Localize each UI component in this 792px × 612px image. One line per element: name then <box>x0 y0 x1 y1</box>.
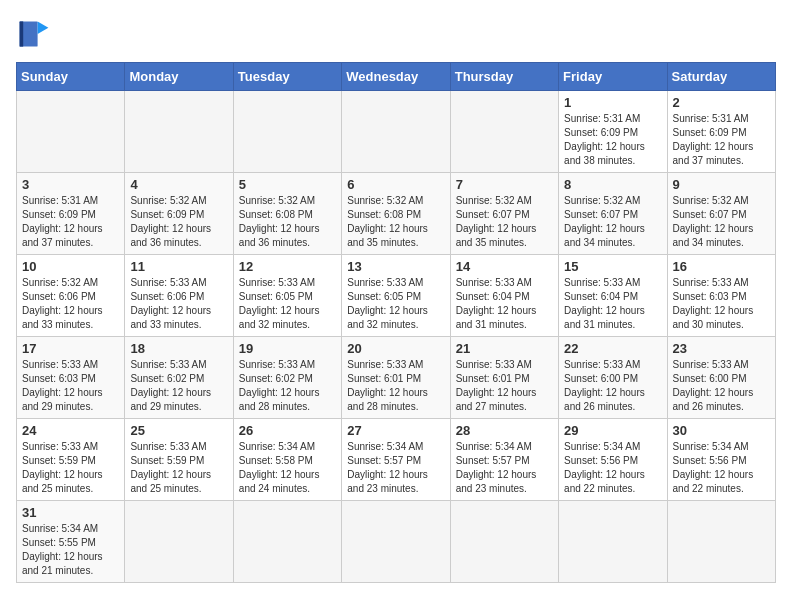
day-number: 7 <box>456 177 553 192</box>
calendar-cell: 10Sunrise: 5:32 AMSunset: 6:06 PMDayligh… <box>17 255 125 337</box>
calendar-cell: 15Sunrise: 5:33 AMSunset: 6:04 PMDayligh… <box>559 255 667 337</box>
day-number: 12 <box>239 259 336 274</box>
weekday-header-sunday: Sunday <box>17 63 125 91</box>
day-number: 3 <box>22 177 119 192</box>
calendar-cell: 24Sunrise: 5:33 AMSunset: 5:59 PMDayligh… <box>17 419 125 501</box>
day-info: Sunrise: 5:33 AMSunset: 6:05 PMDaylight:… <box>347 276 444 332</box>
week-row-2: 10Sunrise: 5:32 AMSunset: 6:06 PMDayligh… <box>17 255 776 337</box>
calendar-cell <box>667 501 775 583</box>
calendar-table: SundayMondayTuesdayWednesdayThursdayFrid… <box>16 62 776 583</box>
day-info: Sunrise: 5:33 AMSunset: 6:02 PMDaylight:… <box>239 358 336 414</box>
day-info: Sunrise: 5:33 AMSunset: 5:59 PMDaylight:… <box>130 440 227 496</box>
week-row-1: 3Sunrise: 5:31 AMSunset: 6:09 PMDaylight… <box>17 173 776 255</box>
day-number: 26 <box>239 423 336 438</box>
weekday-header-saturday: Saturday <box>667 63 775 91</box>
calendar-cell <box>342 91 450 173</box>
calendar-cell: 3Sunrise: 5:31 AMSunset: 6:09 PMDaylight… <box>17 173 125 255</box>
day-info: Sunrise: 5:34 AMSunset: 5:57 PMDaylight:… <box>456 440 553 496</box>
calendar-cell <box>559 501 667 583</box>
day-info: Sunrise: 5:33 AMSunset: 6:03 PMDaylight:… <box>673 276 770 332</box>
week-row-3: 17Sunrise: 5:33 AMSunset: 6:03 PMDayligh… <box>17 337 776 419</box>
week-row-5: 31Sunrise: 5:34 AMSunset: 5:55 PMDayligh… <box>17 501 776 583</box>
day-info: Sunrise: 5:32 AMSunset: 6:07 PMDaylight:… <box>456 194 553 250</box>
calendar-cell: 2Sunrise: 5:31 AMSunset: 6:09 PMDaylight… <box>667 91 775 173</box>
weekday-header-row: SundayMondayTuesdayWednesdayThursdayFrid… <box>17 63 776 91</box>
day-info: Sunrise: 5:34 AMSunset: 5:58 PMDaylight:… <box>239 440 336 496</box>
day-info: Sunrise: 5:33 AMSunset: 6:02 PMDaylight:… <box>130 358 227 414</box>
day-info: Sunrise: 5:34 AMSunset: 5:55 PMDaylight:… <box>22 522 119 578</box>
calendar-cell: 29Sunrise: 5:34 AMSunset: 5:56 PMDayligh… <box>559 419 667 501</box>
calendar-cell: 26Sunrise: 5:34 AMSunset: 5:58 PMDayligh… <box>233 419 341 501</box>
svg-rect-2 <box>20 21 24 46</box>
day-number: 16 <box>673 259 770 274</box>
weekday-header-wednesday: Wednesday <box>342 63 450 91</box>
calendar-cell: 16Sunrise: 5:33 AMSunset: 6:03 PMDayligh… <box>667 255 775 337</box>
day-info: Sunrise: 5:33 AMSunset: 6:01 PMDaylight:… <box>347 358 444 414</box>
day-info: Sunrise: 5:33 AMSunset: 6:04 PMDaylight:… <box>456 276 553 332</box>
calendar-cell: 31Sunrise: 5:34 AMSunset: 5:55 PMDayligh… <box>17 501 125 583</box>
day-number: 5 <box>239 177 336 192</box>
day-number: 2 <box>673 95 770 110</box>
svg-marker-1 <box>38 21 49 34</box>
calendar-cell: 21Sunrise: 5:33 AMSunset: 6:01 PMDayligh… <box>450 337 558 419</box>
day-number: 31 <box>22 505 119 520</box>
calendar-cell <box>125 91 233 173</box>
week-row-0: 1Sunrise: 5:31 AMSunset: 6:09 PMDaylight… <box>17 91 776 173</box>
day-number: 30 <box>673 423 770 438</box>
calendar-cell: 6Sunrise: 5:32 AMSunset: 6:08 PMDaylight… <box>342 173 450 255</box>
week-row-4: 24Sunrise: 5:33 AMSunset: 5:59 PMDayligh… <box>17 419 776 501</box>
calendar-cell: 11Sunrise: 5:33 AMSunset: 6:06 PMDayligh… <box>125 255 233 337</box>
calendar-cell <box>233 501 341 583</box>
day-number: 24 <box>22 423 119 438</box>
calendar-cell: 28Sunrise: 5:34 AMSunset: 5:57 PMDayligh… <box>450 419 558 501</box>
calendar-cell: 30Sunrise: 5:34 AMSunset: 5:56 PMDayligh… <box>667 419 775 501</box>
day-number: 28 <box>456 423 553 438</box>
calendar-cell: 19Sunrise: 5:33 AMSunset: 6:02 PMDayligh… <box>233 337 341 419</box>
calendar-cell: 8Sunrise: 5:32 AMSunset: 6:07 PMDaylight… <box>559 173 667 255</box>
calendar-cell: 14Sunrise: 5:33 AMSunset: 6:04 PMDayligh… <box>450 255 558 337</box>
general-blue-logo-icon <box>16 16 52 52</box>
calendar-cell: 4Sunrise: 5:32 AMSunset: 6:09 PMDaylight… <box>125 173 233 255</box>
day-info: Sunrise: 5:32 AMSunset: 6:06 PMDaylight:… <box>22 276 119 332</box>
day-info: Sunrise: 5:33 AMSunset: 6:01 PMDaylight:… <box>456 358 553 414</box>
calendar-cell: 1Sunrise: 5:31 AMSunset: 6:09 PMDaylight… <box>559 91 667 173</box>
calendar-cell: 17Sunrise: 5:33 AMSunset: 6:03 PMDayligh… <box>17 337 125 419</box>
calendar-cell <box>233 91 341 173</box>
day-number: 19 <box>239 341 336 356</box>
day-info: Sunrise: 5:33 AMSunset: 6:00 PMDaylight:… <box>673 358 770 414</box>
weekday-header-thursday: Thursday <box>450 63 558 91</box>
day-number: 1 <box>564 95 661 110</box>
weekday-header-tuesday: Tuesday <box>233 63 341 91</box>
day-number: 14 <box>456 259 553 274</box>
calendar-cell: 22Sunrise: 5:33 AMSunset: 6:00 PMDayligh… <box>559 337 667 419</box>
day-info: Sunrise: 5:31 AMSunset: 6:09 PMDaylight:… <box>22 194 119 250</box>
calendar-cell: 20Sunrise: 5:33 AMSunset: 6:01 PMDayligh… <box>342 337 450 419</box>
calendar-cell: 5Sunrise: 5:32 AMSunset: 6:08 PMDaylight… <box>233 173 341 255</box>
day-number: 23 <box>673 341 770 356</box>
calendar-cell: 27Sunrise: 5:34 AMSunset: 5:57 PMDayligh… <box>342 419 450 501</box>
calendar-cell: 23Sunrise: 5:33 AMSunset: 6:00 PMDayligh… <box>667 337 775 419</box>
day-info: Sunrise: 5:31 AMSunset: 6:09 PMDaylight:… <box>673 112 770 168</box>
day-number: 11 <box>130 259 227 274</box>
calendar-cell: 25Sunrise: 5:33 AMSunset: 5:59 PMDayligh… <box>125 419 233 501</box>
day-number: 13 <box>347 259 444 274</box>
calendar-cell <box>342 501 450 583</box>
day-info: Sunrise: 5:32 AMSunset: 6:08 PMDaylight:… <box>347 194 444 250</box>
day-info: Sunrise: 5:32 AMSunset: 6:07 PMDaylight:… <box>564 194 661 250</box>
day-number: 8 <box>564 177 661 192</box>
day-number: 17 <box>22 341 119 356</box>
calendar-cell <box>450 91 558 173</box>
day-number: 25 <box>130 423 227 438</box>
day-info: Sunrise: 5:33 AMSunset: 6:00 PMDaylight:… <box>564 358 661 414</box>
day-number: 18 <box>130 341 227 356</box>
calendar-cell <box>125 501 233 583</box>
day-info: Sunrise: 5:33 AMSunset: 6:03 PMDaylight:… <box>22 358 119 414</box>
calendar-cell <box>450 501 558 583</box>
day-number: 29 <box>564 423 661 438</box>
day-info: Sunrise: 5:34 AMSunset: 5:56 PMDaylight:… <box>673 440 770 496</box>
day-info: Sunrise: 5:32 AMSunset: 6:08 PMDaylight:… <box>239 194 336 250</box>
day-info: Sunrise: 5:32 AMSunset: 6:07 PMDaylight:… <box>673 194 770 250</box>
day-number: 21 <box>456 341 553 356</box>
calendar-cell: 9Sunrise: 5:32 AMSunset: 6:07 PMDaylight… <box>667 173 775 255</box>
weekday-header-monday: Monday <box>125 63 233 91</box>
